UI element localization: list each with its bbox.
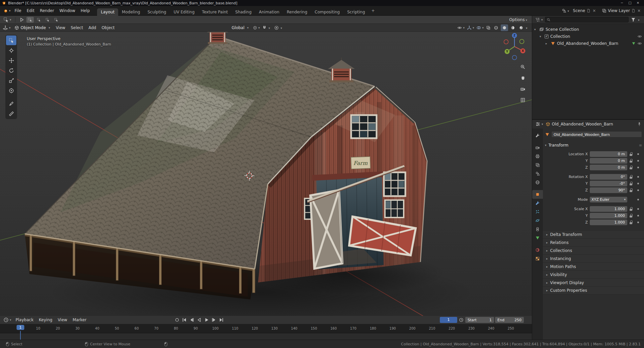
select-mode-subtract-button[interactable]: [44, 17, 51, 23]
scene-selector[interactable]: Scene ×: [562, 8, 597, 13]
lock-icon[interactable]: [629, 207, 633, 211]
menu-help[interactable]: Help: [78, 8, 92, 14]
panel-drag-handle-icon[interactable]: ≡: [639, 143, 642, 148]
timeline-menu-marker[interactable]: Marker: [70, 317, 89, 323]
xray-toggle[interactable]: [485, 25, 491, 31]
scene-dropdown-arrow[interactable]: [568, 8, 572, 13]
proportional-editing-toggle[interactable]: [273, 25, 279, 31]
lock-icon[interactable]: [629, 181, 633, 186]
tool-cursor-button[interactable]: [6, 46, 16, 55]
workspace-tab-scripting[interactable]: Scripting: [343, 8, 369, 16]
value-field[interactable]: 0 m: [590, 151, 627, 157]
remove-view-layer-button[interactable]: ×: [637, 8, 641, 13]
viewport-canvas[interactable]: Farm: [0, 32, 532, 316]
playhead-line[interactable]: [20, 331, 21, 340]
minimize-button[interactable]: ─: [618, 0, 626, 6]
transform-panel-header[interactable]: Transform ≡: [545, 142, 642, 149]
pan-button[interactable]: [518, 74, 527, 82]
value-field[interactable]: 1.000: [590, 206, 627, 212]
value-field[interactable]: 1.000: [590, 213, 627, 219]
animate-dot[interactable]: [637, 222, 639, 223]
section-visibility[interactable]: Visibility: [543, 270, 644, 278]
value-field[interactable]: 0°: [590, 174, 627, 180]
object-visibility-dropdown[interactable]: [457, 25, 465, 31]
tool-rotate-button[interactable]: [6, 66, 16, 75]
properties-tab-physics[interactable]: [532, 216, 543, 225]
properties-editor-type-button[interactable]: [535, 121, 544, 127]
timeline-menu-keying[interactable]: Keying: [36, 317, 55, 323]
properties-tab-output[interactable]: [532, 152, 543, 161]
snap-toggle[interactable]: [261, 25, 267, 31]
lock-icon[interactable]: [629, 152, 633, 156]
workspace-tab-sculpting[interactable]: Sculpting: [144, 8, 170, 16]
tool-move-button[interactable]: [6, 56, 16, 65]
play-button[interactable]: [203, 317, 210, 323]
pivot-point-dropdown[interactable]: [252, 25, 261, 31]
mesh-data-icon[interactable]: [632, 41, 636, 46]
play-reverse-button[interactable]: [196, 317, 203, 323]
animate-dot[interactable]: [637, 160, 639, 162]
rotation-mode-select[interactable]: XYZ Euler: [590, 197, 627, 202]
end-frame-field[interactable]: End 250: [495, 317, 524, 323]
shading-material-button[interactable]: [509, 24, 516, 31]
properties-tab-particles[interactable]: [532, 207, 543, 216]
options-dropdown[interactable]: Options: [509, 17, 529, 22]
section-relations[interactable]: Relations: [543, 238, 644, 246]
ortho-toggle-button[interactable]: [518, 96, 527, 104]
lock-icon[interactable]: [629, 220, 633, 225]
object-mode-dropdown[interactable]: Object Mode: [12, 25, 53, 31]
properties-tab-world[interactable]: [532, 178, 543, 187]
section-viewport-display[interactable]: Viewport Display: [543, 278, 644, 286]
eye-icon[interactable]: [637, 41, 642, 46]
viewport-menu-select[interactable]: Select: [68, 25, 86, 31]
new-view-layer-icon[interactable]: [631, 9, 635, 13]
jump-to-end-button[interactable]: [218, 317, 225, 323]
gizmo-minus-x[interactable]: [504, 40, 508, 44]
outliner-editor-type-button[interactable]: [534, 16, 544, 23]
outliner-row-scene-collection[interactable]: Scene Collection: [532, 26, 644, 33]
preview-range-toggle[interactable]: [458, 317, 464, 323]
close-button[interactable]: ✕: [634, 0, 642, 6]
properties-tab-texture[interactable]: [532, 254, 543, 263]
outliner-search[interactable]: [545, 17, 629, 22]
tool-annotate-button[interactable]: [6, 99, 16, 108]
properties-tab-tool[interactable]: [532, 131, 543, 140]
viewport-3d[interactable]: Object Mode ViewSelectAddObject Global: [0, 24, 532, 316]
properties-tab-view-layer[interactable]: [532, 161, 543, 169]
properties-tab-render[interactable]: [532, 143, 543, 152]
select-mode-intersect-button[interactable]: [53, 17, 60, 23]
value-field[interactable]: -0°: [590, 181, 627, 186]
gizmo-minus-z[interactable]: [512, 56, 517, 60]
animate-dot[interactable]: [637, 153, 639, 155]
previous-keyframe-button[interactable]: [188, 317, 195, 323]
viewport-editor-type-button[interactable]: [2, 24, 11, 31]
workspace-tab-rendering[interactable]: Rendering: [283, 8, 311, 16]
select-mode-new-button[interactable]: [26, 17, 34, 23]
lock-icon[interactable]: [629, 165, 633, 170]
outliner-row-collection[interactable]: Collection: [532, 33, 644, 40]
animate-dot[interactable]: [637, 215, 639, 216]
tool-measure-button[interactable]: [6, 109, 16, 118]
proportional-editing-dropdown[interactable]: [280, 25, 285, 30]
snap-dropdown[interactable]: [268, 25, 272, 30]
overlays-dropdown[interactable]: [476, 25, 484, 31]
timeline-menu-view[interactable]: View: [55, 317, 70, 323]
shading-rendered-button[interactable]: [517, 24, 525, 31]
section-collections[interactable]: Collections: [543, 246, 644, 254]
shading-wireframe-button[interactable]: [492, 24, 500, 31]
object-name-field[interactable]: Old_Abandoned_Wooden_Barn: [551, 131, 642, 138]
animate-dot[interactable]: [637, 167, 639, 168]
lock-icon[interactable]: [629, 175, 633, 179]
workspace-tab-animation[interactable]: Animation: [255, 8, 283, 16]
properties-tab-constraints[interactable]: [532, 225, 543, 234]
value-field[interactable]: 1.000: [590, 220, 627, 225]
navigation-gizmo[interactable]: Z X Y: [499, 31, 530, 62]
outliner-search-input[interactable]: [552, 18, 627, 22]
outliner-filter-button[interactable]: [630, 16, 637, 23]
zoom-button[interactable]: [518, 63, 527, 71]
properties-tab-object-data[interactable]: [532, 234, 543, 242]
section-instancing[interactable]: Instancing: [543, 254, 644, 262]
shading-dropdown[interactable]: [526, 25, 530, 30]
tool-transform-button[interactable]: [6, 86, 16, 95]
blender-menu-button[interactable]: [3, 8, 11, 14]
